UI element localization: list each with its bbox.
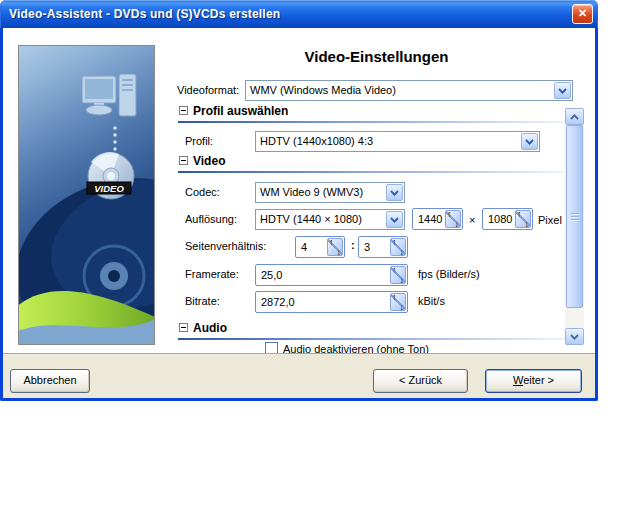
resolution-times-separator: × — [469, 214, 475, 226]
button-bar: Abbrechen < Zurück Weiter > — [3, 355, 595, 398]
back-button[interactable]: < Zurück — [373, 369, 468, 393]
spin-buttons-icon[interactable]: ↑ ↓ — [445, 210, 461, 228]
scrollbar-grip-icon — [571, 213, 579, 222]
dialog-body: VIDEO Video-Einstellungen Videoformat: W… — [0, 28, 598, 401]
pixel-unit-label: Pixel — [538, 214, 562, 226]
width-spinner[interactable]: 1440 ↑ ↓ — [412, 208, 463, 230]
codec-value: WM Video 9 (WMV3) — [260, 186, 363, 198]
title-bar[interactable]: Video-Assistent - DVDs und (S)VCDs erste… — [0, 0, 598, 28]
collapse-video-icon[interactable] — [179, 156, 188, 165]
spin-buttons-icon[interactable]: ↑ ↓ — [390, 293, 406, 311]
window-title: Video-Assistent - DVDs und (S)VCDs erste… — [9, 7, 280, 21]
profil-value: HDTV (1440x1080) 4:3 — [260, 135, 373, 147]
next-button[interactable]: Weiter > — [485, 369, 582, 393]
framerate-spinner[interactable]: 25,0 ↑ ↓ — [255, 264, 408, 286]
collapse-audio-icon[interactable] — [179, 323, 188, 332]
spin-buttons-icon[interactable]: ↑ ↓ — [515, 210, 531, 228]
section-video-title: Video — [193, 154, 225, 168]
profil-select[interactable]: HDTV (1440x1080) 4:3 — [255, 131, 540, 152]
seitenverhaeltnis-label: Seitenverhältnis: — [185, 240, 266, 252]
aspect-w-spinner[interactable]: 4 ↑ ↓ — [295, 236, 345, 258]
wizard-artwork: VIDEO — [18, 45, 155, 345]
close-icon: ✕ — [578, 7, 587, 19]
video-disc-label: VIDEO — [94, 183, 124, 194]
spin-buttons-icon[interactable]: ↑ ↓ — [390, 266, 406, 284]
section-video-divider — [178, 171, 565, 173]
framerate-label: Framerate: — [185, 268, 239, 280]
collapse-profil-icon[interactable] — [179, 106, 188, 115]
computer-icon — [82, 74, 136, 116]
height-spinner[interactable]: 1080 ↑ ↓ — [482, 208, 533, 230]
next-button-accelerator: W — [513, 374, 523, 386]
dropdown-arrow-icon[interactable] — [521, 133, 538, 150]
spin-down-icon[interactable]: ↓ — [400, 302, 405, 312]
aufloesung-select[interactable]: HDTV (1440 × 1080) — [255, 209, 405, 230]
videoformat-label: Videoformat: — [177, 84, 239, 96]
spin-down-icon[interactable]: ↓ — [400, 247, 405, 257]
scroll-down-button[interactable] — [565, 328, 584, 345]
spin-up-icon[interactable]: ↑ — [392, 237, 397, 247]
profil-label: Profil: — [185, 135, 213, 147]
spin-down-icon[interactable]: ↓ — [400, 275, 405, 285]
framerate-unit-label: fps (Bilder/s) — [418, 268, 480, 280]
width-value: 1440 — [418, 213, 442, 225]
spin-buttons-icon[interactable]: ↑ ↓ — [390, 238, 406, 256]
bitrate-label: Bitrate: — [185, 295, 220, 307]
section-audio-divider — [178, 338, 565, 340]
settings-scrollbar[interactable] — [565, 108, 584, 345]
scroll-down-icon — [570, 334, 579, 340]
aspect-w-value: 4 — [301, 241, 307, 253]
bitrate-spinner[interactable]: 2872,0 ↑ ↓ — [255, 291, 408, 313]
section-profil-title: Profil auswählen — [193, 104, 288, 118]
audio-disable-label: Audio deaktivieren (ohne Ton) — [283, 343, 429, 354]
scroll-up-button[interactable] — [565, 108, 584, 125]
screen: Video-Assistent - DVDs und (S)VCDs erste… — [0, 0, 640, 512]
cancel-button[interactable]: Abbrechen — [10, 369, 90, 393]
codec-select[interactable]: WM Video 9 (WMV3) — [255, 182, 405, 203]
bitrate-unit-label: kBit/s — [418, 295, 445, 307]
spin-buttons-icon[interactable]: ↑ ↓ — [327, 238, 343, 256]
dropdown-arrow-icon[interactable] — [554, 82, 571, 99]
spin-down-icon[interactable]: ↓ — [525, 219, 530, 229]
aufloesung-label: Auflösung: — [185, 213, 237, 225]
dropdown-arrow-icon[interactable] — [386, 211, 403, 228]
videoformat-select[interactable]: WMV (Windows Media Video) — [245, 80, 573, 101]
bitrate-value: 2872,0 — [261, 296, 295, 308]
aspect-h-spinner[interactable]: 3 ↑ ↓ — [358, 236, 408, 258]
next-button-label: eiter > — [523, 374, 554, 386]
spin-up-icon[interactable]: ↑ — [392, 265, 397, 275]
scrollbar-thumb[interactable] — [566, 125, 583, 308]
spin-up-icon[interactable]: ↑ — [329, 237, 334, 247]
audio-disable-checkbox[interactable] — [265, 342, 278, 354]
videoformat-value: WMV (Windows Media Video) — [250, 84, 396, 96]
height-value: 1080 — [488, 213, 512, 225]
aufloesung-value: HDTV (1440 × 1080) — [260, 213, 362, 225]
codec-label: Codec: — [185, 186, 220, 198]
video-disc-illustration: VIDEO — [19, 46, 154, 344]
scroll-up-icon — [570, 114, 579, 120]
spin-up-icon[interactable]: ↑ — [392, 292, 397, 302]
spin-down-icon[interactable]: ↓ — [455, 219, 460, 229]
close-button[interactable]: ✕ — [572, 4, 593, 24]
spin-up-icon[interactable]: ↑ — [447, 209, 452, 219]
wizard-dialog: Video-Assistent - DVDs und (S)VCDs erste… — [0, 0, 598, 401]
dropdown-arrow-icon[interactable] — [386, 184, 403, 201]
section-audio-title: Audio — [193, 321, 227, 335]
page-title: Video-Einstellungen — [173, 48, 580, 65]
aspect-ratio-separator: : — [351, 239, 355, 251]
section-profil-divider — [178, 121, 565, 123]
framerate-value: 25,0 — [261, 269, 282, 281]
spin-up-icon[interactable]: ↑ — [517, 209, 522, 219]
aspect-h-value: 3 — [364, 241, 370, 253]
content-area: VIDEO Video-Einstellungen Videoformat: W… — [3, 28, 595, 354]
spin-down-icon[interactable]: ↓ — [337, 247, 342, 257]
